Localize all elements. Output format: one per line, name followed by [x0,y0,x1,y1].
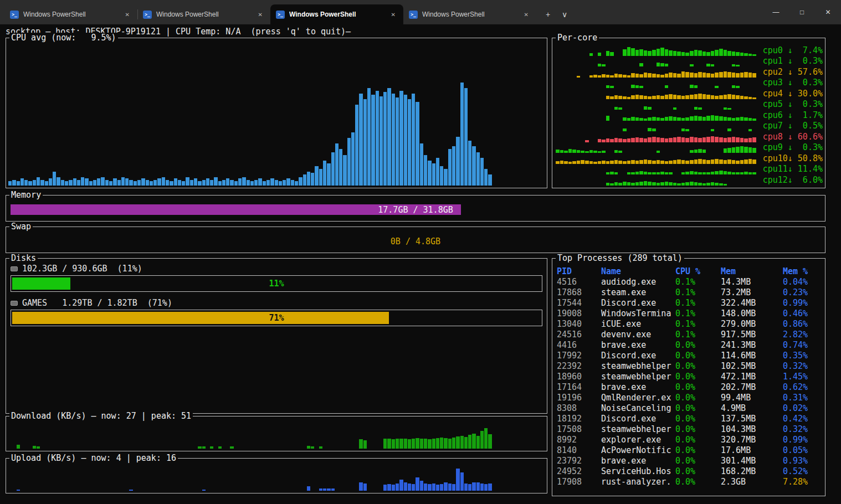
process-row-6[interactable]: 4416brave.exe0.0%241.3MB0.74% [552,340,824,351]
tab-close-icon[interactable]: ✕ [256,11,265,19]
tab-title: Windows PowerShell [289,11,384,18]
disk-gauge-0: 11% [11,275,542,292]
sparkline-bar [744,72,748,78]
chart-bar [448,484,452,491]
tab-windows-powershell-2[interactable]: >_Windows PowerShell✕ [270,4,403,24]
sparkline-bar [719,183,723,186]
sparkline-bar [702,137,706,142]
sparkline-bar [669,116,673,121]
process-row-4[interactable]: 13040iCUE.exe0.1%279.0MB0.86% [552,319,824,330]
process-row-2[interactable]: 17544Discord.exe0.1%322.4MB0.99% [552,298,824,308]
disk-drive-icon [11,266,18,271]
powershell-icon: >_ [276,11,285,19]
process-row-12[interactable]: 8308NoiseCanceling0.0%4.9MB0.02% [552,403,824,414]
core-label: cpu2 ↓ 57.6% [761,67,823,78]
process-row-8[interactable]: 22392steamwebhelper0.0%102.5MB0.32% [552,361,824,372]
process-row-13[interactable]: 18192Discord.exe0.0%137.5MB0.42% [552,414,824,424]
process-name: WindowsTermina [601,308,675,319]
chart-bar [89,181,93,186]
disk-label: GAMES 1.29TB / 1.82TB (71%) [22,298,172,308]
sparkline-bar [652,50,656,56]
new-tab-button[interactable]: + [540,7,556,22]
process-cpu: 0.0% [675,403,721,414]
sparkline-bar [727,148,731,153]
process-cpu: 0.0% [675,351,721,361]
sparkline-bar [660,182,664,186]
process-name: steamwebhelper [601,372,675,382]
tab-windows-powershell-1[interactable]: >_Windows PowerShell✕ [137,4,270,24]
process-row-10[interactable]: 17164brave.exe0.0%202.7MB0.62% [552,382,824,393]
tab-windows-powershell-3[interactable]: >_Windows PowerShell✕ [403,4,536,24]
core-row-5: cpu5 ↓ 0.3% [556,99,823,110]
sparkline-bar [694,73,698,78]
sparkline-bar [724,148,727,153]
process-row-16[interactable]: 8140AcPowerNotific0.0%17.6MB0.05% [552,445,824,456]
process-row-15[interactable]: 8992explorer.exe0.0%320.7MB0.99% [552,435,824,445]
process-name: rust-analyzer. [601,477,675,487]
tab-close-icon[interactable]: ✕ [522,11,531,19]
minimize-button[interactable]: — [763,0,789,24]
chart-bar [464,484,468,491]
sparkline-bar [698,183,702,186]
sparkline-bar [657,137,660,142]
sparkline-bar [648,182,652,186]
process-row-9[interactable]: 18960steamwebhelper0.0%472.1MB1.45% [552,372,824,382]
core-label: cpu4 ↓ 30.0% [761,89,823,99]
process-row-18[interactable]: 24952ServiceHub.Hos0.0%168.2MB0.52% [552,466,824,477]
sparkline-bar [669,138,673,142]
sparkline-bar [702,183,706,186]
chart-bar [488,174,491,186]
sparkline-bar [681,71,685,78]
core-sparkline [556,153,756,164]
process-name: AcPowerNotific [601,445,675,456]
process-pid: 17868 [557,287,601,298]
chart-bar [45,181,48,186]
process-row-17[interactable]: 23792brave.exe0.0%301.4MB0.93% [552,456,824,466]
tab-close-icon[interactable]: ✕ [123,11,132,19]
process-mem-pct: 0.99% [783,298,824,308]
chart-bar [367,88,371,186]
sparkline-bar [673,117,677,121]
chart-bar [424,484,427,491]
chart-bar [37,177,40,186]
close-button[interactable]: ✕ [815,0,841,24]
tab-windows-powershell-0[interactable]: >_Windows PowerShell✕ [4,4,137,24]
tab-dropdown-button[interactable]: ∨ [556,7,573,22]
chart-bar [392,439,395,449]
chart-bar [464,88,468,186]
process-row-19[interactable]: 17908rust-analyzer.0.0%2.3GB7.28% [552,477,824,487]
process-name: explorer.exe [601,435,675,445]
chart-bar [299,177,302,186]
sparkline-bar [673,160,677,164]
sparkline-bar [698,138,702,142]
process-row-14[interactable]: 17508steamwebhelper0.0%104.3MB0.32% [552,424,824,435]
chart-bar [263,181,266,186]
sparkline-bar [631,117,635,121]
process-row-5[interactable]: 24516devenv.exe0.1%917.5MB2.82% [552,330,824,340]
sparkline-bar [724,117,727,121]
chart-bar [355,105,358,186]
tab-close-icon[interactable]: ✕ [389,11,398,19]
process-row-1[interactable]: 17868steam.exe0.1%73.2MB0.23% [552,287,824,298]
chart-bar [323,161,326,186]
process-row-3[interactable]: 19008WindowsTermina0.1%148.0MB0.46% [552,308,824,319]
process-row-11[interactable]: 19196QmlRenderer.ex0.0%99.4MB0.31% [552,393,824,403]
chart-bar [480,158,484,186]
swap-panel: Swap 0B / 4.8GB [6,227,825,253]
maximize-button[interactable]: □ [789,0,815,24]
process-row-0[interactable]: 4516audiodg.exe0.1%14.3MB0.04% [552,277,824,287]
sparkline-bar [724,95,727,99]
disk-label-row-0: 102.3GB / 930.6GB (11%) [11,263,542,274]
chart-bar [270,178,274,186]
sparkline-bar [648,137,652,142]
chart-bar [399,480,403,491]
chart-bar [472,482,475,491]
sparkline-bar [736,73,740,78]
process-row-7[interactable]: 17992Discord.exe0.0%114.6MB0.35% [552,351,824,361]
disk-drive-icon [11,301,18,306]
sparkline-bar [698,94,702,99]
chart-bar [194,178,197,186]
sparkline-bar [681,160,685,164]
process-name: Discord.exe [601,298,675,308]
chart-bar [311,446,314,449]
